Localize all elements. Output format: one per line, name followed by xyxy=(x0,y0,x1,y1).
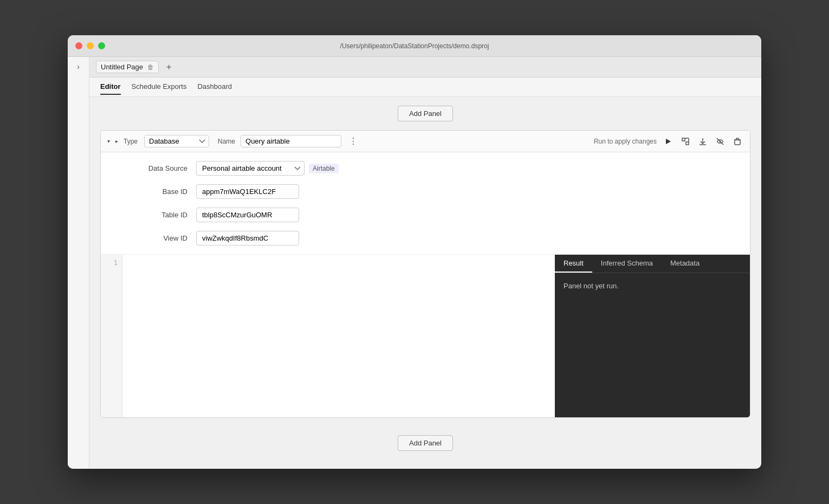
svg-marker-0 xyxy=(666,139,671,144)
data-source-row: Data Source Personal airtable account Ai… xyxy=(133,161,717,176)
result-tabs: Result Inferred Schema Metadata xyxy=(555,255,750,273)
run-button[interactable] xyxy=(662,137,674,146)
result-tab-metadata[interactable]: Metadata xyxy=(662,255,708,273)
table-id-label: Table ID xyxy=(133,211,187,219)
maximize-button[interactable] xyxy=(98,42,105,49)
minimize-button[interactable] xyxy=(87,42,94,49)
chevron-right-icon: › xyxy=(77,62,80,71)
svg-rect-1 xyxy=(682,138,685,141)
code-section: 1 Result Inferred Schema Metadata xyxy=(101,255,750,417)
sidebar: › xyxy=(68,57,89,469)
code-editor[interactable] xyxy=(122,255,555,417)
page-tab-name: Untitled Page xyxy=(101,63,143,71)
download-icon xyxy=(699,138,707,145)
download-button[interactable] xyxy=(697,137,709,146)
more-options-icon[interactable]: ⋮ xyxy=(349,136,358,146)
datasource-select-wrapper: Personal airtable account Airtable xyxy=(196,161,339,176)
nav-dashboard[interactable]: Dashboard xyxy=(197,79,232,95)
tab-bar: Untitled Page 🗑 + xyxy=(89,57,761,77)
svg-line-9 xyxy=(717,138,723,145)
run-hint-text: Run to apply changes xyxy=(594,138,657,145)
svg-rect-10 xyxy=(735,140,740,145)
content-area: Untitled Page 🗑 + Editor Schedule Export… xyxy=(89,57,761,469)
close-button[interactable] xyxy=(75,42,82,49)
line-number-1: 1 xyxy=(107,259,118,267)
data-source-select[interactable]: Personal airtable account xyxy=(196,161,305,176)
base-id-row: Base ID xyxy=(133,184,717,199)
result-tab-schema[interactable]: Inferred Schema xyxy=(592,255,662,273)
panel-body: Data Source Personal airtable account Ai… xyxy=(101,152,750,417)
title-bar: /Users/philipeaton/DataStationProjects/d… xyxy=(68,35,761,57)
sidebar-toggle[interactable]: › xyxy=(73,61,84,72)
result-panel: Result Inferred Schema Metadata Panel no… xyxy=(555,255,750,417)
panel-collapse-icon[interactable]: ▾ xyxy=(107,138,110,144)
table-id-input[interactable] xyxy=(196,208,299,222)
window-controls xyxy=(75,42,105,49)
app-window: /Users/philipeaton/DataStationProjects/d… xyxy=(68,35,761,469)
hide-results-button[interactable] xyxy=(714,137,726,146)
result-content: Panel not yet run. xyxy=(555,273,750,417)
panel: ▾ ▸ Type Database Name ⋮ Run to apply ch… xyxy=(100,130,750,418)
panel-header: ▾ ▸ Type Database Name ⋮ Run to apply ch… xyxy=(101,131,750,152)
base-id-input[interactable] xyxy=(196,184,299,199)
fullscreen-button[interactable] xyxy=(679,137,691,146)
nav-bar: Editor Schedule Exports Dashboard xyxy=(89,77,761,97)
add-tab-button[interactable]: + xyxy=(163,61,174,73)
nav-editor[interactable]: Editor xyxy=(100,79,121,95)
type-label: Type xyxy=(124,138,138,145)
play-icon xyxy=(664,138,672,145)
fullscreen-icon xyxy=(682,138,689,145)
datasource-tag: Airtable xyxy=(309,164,339,173)
view-id-label: View ID xyxy=(133,234,187,242)
add-panel-top-button[interactable]: Add Panel xyxy=(398,106,453,121)
view-id-row: View ID xyxy=(133,231,717,245)
panel-expand-icon[interactable]: ▸ xyxy=(115,138,118,144)
panel-name-input[interactable] xyxy=(241,135,341,147)
delete-panel-button[interactable] xyxy=(731,137,743,146)
page-tab[interactable]: Untitled Page 🗑 xyxy=(96,61,159,73)
result-tab-result[interactable]: Result xyxy=(555,255,592,273)
delete-icon xyxy=(734,138,741,145)
base-id-label: Base ID xyxy=(133,188,187,196)
line-numbers: 1 xyxy=(101,255,122,417)
config-section: Data Source Personal airtable account Ai… xyxy=(101,152,750,255)
delete-tab-icon[interactable]: 🗑 xyxy=(147,63,154,71)
main-area: › Untitled Page 🗑 + Editor Schedule Expo… xyxy=(68,57,761,469)
add-panel-bottom-button[interactable]: Add Panel xyxy=(398,435,453,451)
data-source-label: Data Source xyxy=(133,164,187,172)
eye-off-icon xyxy=(716,138,724,145)
editor-area: Add Panel ▾ ▸ Type Database Name ⋮ xyxy=(89,97,761,469)
window-title: /Users/philipeaton/DataStationProjects/d… xyxy=(340,42,489,50)
result-message: Panel not yet run. xyxy=(564,282,619,290)
view-id-input[interactable] xyxy=(196,231,299,245)
svg-rect-2 xyxy=(686,142,689,145)
nav-schedule-exports[interactable]: Schedule Exports xyxy=(132,79,187,95)
name-label: Name xyxy=(218,138,235,145)
panel-type-select[interactable]: Database xyxy=(144,135,209,147)
table-id-row: Table ID xyxy=(133,208,717,222)
panel-header-right: Run to apply changes xyxy=(594,137,743,146)
